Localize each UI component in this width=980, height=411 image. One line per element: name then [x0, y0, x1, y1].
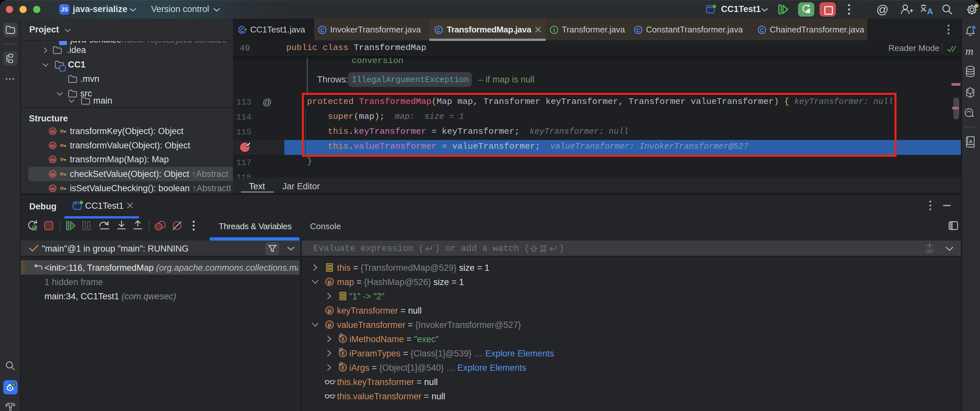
svg-text:C: C — [760, 27, 764, 33]
svg-text:A: A — [969, 139, 972, 144]
svg-text:f: f — [342, 336, 344, 342]
svg-text:C: C — [320, 27, 324, 33]
svg-text:p: p — [328, 279, 331, 285]
svg-text:C: C — [240, 28, 244, 33]
svg-text:m: m — [50, 129, 54, 134]
svg-text:I: I — [554, 27, 555, 33]
svg-text:m: m — [50, 143, 54, 148]
svg-text:m: m — [50, 157, 54, 162]
svg-text:p: p — [328, 308, 331, 314]
svg-text:p: p — [328, 322, 331, 328]
svg-text:f: f — [342, 365, 344, 371]
svg-text:C: C — [437, 27, 441, 33]
svg-text:m: m — [50, 171, 54, 177]
svg-text:C: C — [636, 27, 640, 33]
svg-text:f: f — [342, 351, 344, 357]
svg-text:m: m — [50, 186, 54, 191]
svg-text:A: A — [927, 6, 933, 16]
